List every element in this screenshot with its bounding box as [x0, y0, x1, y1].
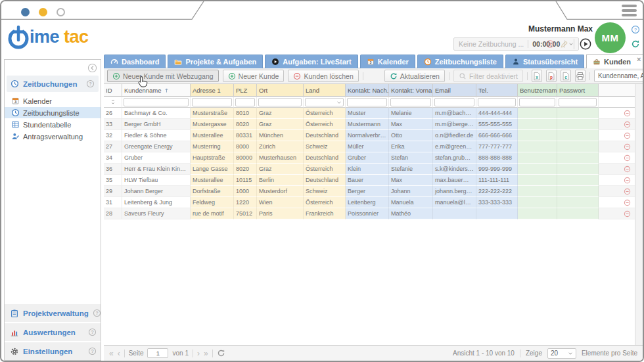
- column-header-benutzername[interactable]: Benutzername: [518, 84, 557, 97]
- delete-row-button[interactable]: [599, 175, 636, 186]
- export-pdf-button[interactable]: [546, 70, 557, 82]
- window-control-blue[interactable]: [21, 8, 30, 16]
- help-icon[interactable]: [631, 25, 640, 34]
- spinner-icon[interactable]: [110, 99, 116, 105]
- delete-row-button[interactable]: [599, 141, 636, 152]
- table-row[interactable]: 28Saveurs Fleuryrue de motif75012ParisFr…: [104, 208, 643, 219]
- filter-cell-land: [304, 97, 346, 108]
- delete-row-button[interactable]: [599, 164, 636, 175]
- sidebar-item-zeitbuchungsliste[interactable]: Zeitbuchungsliste: [5, 107, 101, 118]
- filter-input-kundenname[interactable]: [124, 98, 189, 106]
- delete-row-button[interactable]: [599, 130, 636, 141]
- tab-close-icon[interactable]: ×: [637, 56, 641, 62]
- column-header-adresse1[interactable]: Adresse 1: [191, 84, 234, 97]
- sidebar-section-einstellungen[interactable]: Einstellungen: [5, 342, 101, 360]
- column-header-kontakt-vorname[interactable]: Kontakt: Vorna...: [389, 84, 433, 97]
- delete-row-button[interactable]: [599, 208, 636, 219]
- last-page-button[interactable]: »: [204, 350, 208, 357]
- help-icon[interactable]: [88, 328, 97, 336]
- sidebar-section-projektverwaltung[interactable]: Projektverwaltung: [5, 304, 101, 322]
- column-header-id[interactable]: ID: [104, 84, 122, 97]
- sidebar-item-kalender[interactable]: Kalender: [5, 95, 101, 106]
- show-label: Zeige: [526, 350, 542, 357]
- sidebar-item-stundentabelle[interactable]: Stundentabelle: [5, 119, 101, 130]
- delete-row-button[interactable]: [599, 119, 636, 130]
- new-customer-button[interactable]: Neuer Kunde: [223, 70, 285, 82]
- column-header-kundenname[interactable]: Kundenname: [122, 84, 191, 97]
- help-icon[interactable]: [88, 347, 97, 355]
- filter-input-email[interactable]: [434, 98, 474, 106]
- page-size-select[interactable]: 20: [547, 348, 576, 359]
- button-label: Neuer Kunde: [239, 72, 279, 80]
- table-row[interactable]: 26Bachmayr & Co.Musterstraße8010GrazÖste…: [104, 108, 643, 119]
- tab-projekte-aufgaben[interactable]: Projekte & Aufgaben: [168, 55, 263, 68]
- filter-disabled-button[interactable]: Filter deaktiviert: [453, 70, 523, 82]
- column-header-tel[interactable]: Tel.: [476, 84, 518, 97]
- filter-input-passwort[interactable]: [559, 98, 597, 106]
- tab-label: Dashboard: [122, 58, 159, 66]
- reload-icon[interactable]: [631, 39, 640, 49]
- menu-icon[interactable]: [622, 5, 637, 16]
- column-header-land[interactable]: Land: [304, 84, 346, 97]
- sidebar-item-antragsverwaltung[interactable]: Antragsverwaltung: [5, 131, 101, 142]
- delete-row-button[interactable]: [599, 197, 636, 208]
- column-select-dropdown[interactable]: Kundenname, Adresse 1, Pl: [594, 70, 644, 82]
- next-page-button[interactable]: ›: [197, 350, 200, 357]
- table-row[interactable]: 27Greengate EnergyMusterring8000ZürichSc…: [104, 141, 643, 152]
- prev-page-button[interactable]: ‹: [118, 350, 120, 357]
- play-button[interactable]: [580, 38, 591, 50]
- refresh-button[interactable]: Aktualisieren: [384, 70, 445, 82]
- sidebar-section-zeitbuchungen[interactable]: Zeitbuchungen: [7, 76, 99, 92]
- table-row[interactable]: 32Fiedler & SöhneMusterallee80331München…: [104, 130, 643, 141]
- table-row[interactable]: 36Herr & Frau Klein Kinderspi...Lange Ga…: [104, 164, 643, 175]
- column-header-email[interactable]: Email: [433, 84, 476, 97]
- new-customer-web-button[interactable]: Neuer Kunde mit Webzugang: [107, 70, 219, 82]
- collapse-sidebar-button[interactable]: [87, 63, 97, 73]
- tab-kalender[interactable]: Kalender: [360, 55, 415, 68]
- column-header-passwort[interactable]: Passwort: [557, 84, 599, 97]
- tab-kunden[interactable]: Kunden×: [586, 54, 644, 68]
- table-row[interactable]: 31Leitenberg & JungFeldweg1220WienÖsterr…: [104, 197, 643, 208]
- table-row[interactable]: 33Berger GmbHMustergasse8020GrazÖsterrei…: [104, 119, 643, 130]
- filter-input-plz[interactable]: [235, 98, 255, 106]
- first-page-button[interactable]: «: [109, 350, 114, 357]
- tab-zeitbuchungsliste[interactable]: Zeitbuchungsliste: [417, 55, 503, 68]
- print-button[interactable]: [575, 70, 586, 82]
- table-row[interactable]: 29Johann BergerDorfstraße1000MusterdorfS…: [104, 186, 643, 197]
- cell-id: 26: [104, 108, 122, 119]
- export-csv-button[interactable]: [561, 70, 571, 82]
- help-icon[interactable]: [93, 309, 101, 317]
- filter-input-ort[interactable]: [258, 98, 302, 106]
- refresh-table-icon[interactable]: [217, 349, 225, 357]
- help-icon[interactable]: [86, 79, 95, 88]
- delete-customers-button[interactable]: Kunden löschen: [288, 70, 358, 82]
- cell-ort: Musterhausen: [257, 152, 304, 164]
- column-header-plz[interactable]: PLZ: [234, 84, 257, 97]
- tab-statusuebersicht[interactable]: Statusübersicht: [505, 55, 584, 68]
- export-excel-button[interactable]: [532, 70, 542, 82]
- tab-aufgaben-livestart[interactable]: Aufgaben: LiveStart: [265, 55, 358, 68]
- column-header-kontakt-nachname[interactable]: Kontakt: Nach...: [346, 84, 389, 97]
- delete-row-button[interactable]: [599, 186, 636, 197]
- table-row[interactable]: 34GruberHauptstraße80000MusterhausenDeut…: [104, 152, 643, 164]
- column-header-ort[interactable]: Ort: [257, 84, 304, 97]
- filter-input-benutzername[interactable]: [519, 98, 555, 106]
- filter-input-adresse1[interactable]: [192, 98, 232, 106]
- filter-input-tel[interactable]: [478, 98, 516, 106]
- sidebar-section-auswertungen[interactable]: Auswertungen: [5, 323, 101, 341]
- avatar[interactable]: MM: [595, 22, 626, 53]
- tab-dashboard[interactable]: Dashboard: [104, 55, 166, 68]
- delete-row-button[interactable]: [599, 108, 636, 119]
- filter-input-kontakt-vorname[interactable]: [390, 98, 431, 106]
- cell-passwort: [557, 119, 599, 130]
- delete-row-button[interactable]: [599, 152, 636, 164]
- cell-kontakt-vorname: Johann: [389, 186, 433, 197]
- scrollbar-gutter[interactable]: [635, 84, 643, 345]
- chevron-down-icon[interactable]: [336, 100, 342, 105]
- page-input[interactable]: [147, 348, 168, 358]
- table-row[interactable]: 35HLW TiefbauMusterallee10115BerlinDeuts…: [104, 175, 643, 186]
- cell-id: 28: [104, 208, 122, 219]
- window-control-yellow[interactable]: [39, 8, 47, 16]
- filter-input-kontakt-nachname[interactable]: [347, 98, 387, 106]
- window-control-white[interactable]: [57, 8, 65, 16]
